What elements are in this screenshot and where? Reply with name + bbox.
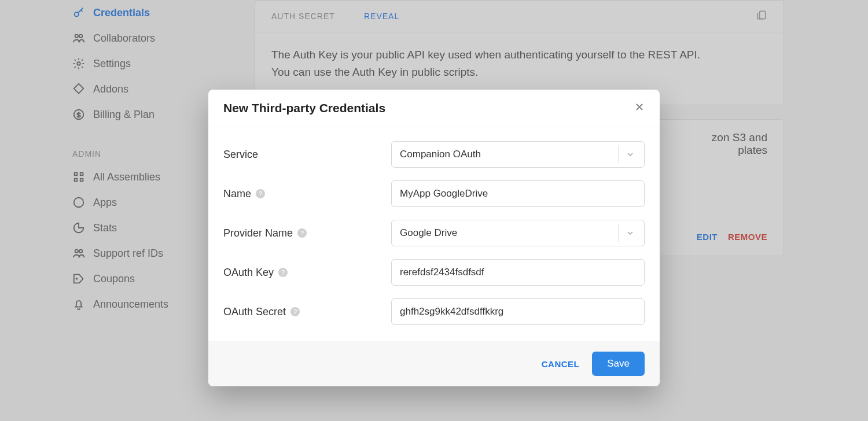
oauth-key-label: OAuth Key ? (223, 267, 391, 279)
oauth-secret-row: OAuth Secret ? (223, 298, 645, 325)
help-icon[interactable]: ? (297, 228, 307, 238)
oauth-key-row: OAuth Key ? (223, 259, 645, 286)
service-row: Service (223, 141, 645, 168)
name-label: Name ? (223, 188, 391, 200)
provider-select[interactable] (391, 220, 645, 246)
new-credentials-modal: New Third-party Credentials Service (208, 90, 660, 386)
service-select[interactable] (391, 141, 645, 168)
name-row: Name ? (223, 180, 645, 207)
modal-title: New Third-party Credentials (223, 101, 385, 115)
help-icon[interactable]: ? (290, 307, 300, 316)
modal-header: New Third-party Credentials (208, 90, 660, 127)
name-input[interactable] (391, 180, 645, 207)
modal-overlay[interactable]: New Third-party Credentials Service (0, 0, 868, 421)
help-icon[interactable]: ? (278, 268, 288, 277)
oauth-secret-input[interactable] (391, 298, 645, 325)
provider-value[interactable] (391, 220, 645, 246)
service-value[interactable] (391, 141, 645, 168)
cancel-button[interactable]: CANCEL (542, 359, 580, 369)
oauth-secret-label: OAuth Secret ? (223, 306, 391, 318)
save-button[interactable]: Save (592, 352, 645, 376)
modal-body: Service Name ? Provider Name (208, 127, 660, 341)
oauth-key-input[interactable] (391, 259, 645, 286)
service-label: Service (223, 149, 391, 161)
close-icon[interactable] (634, 102, 645, 115)
provider-row: Provider Name ? (223, 220, 645, 246)
modal-footer: CANCEL Save (208, 341, 660, 386)
provider-label: Provider Name ? (223, 227, 391, 239)
help-icon[interactable]: ? (256, 189, 265, 198)
